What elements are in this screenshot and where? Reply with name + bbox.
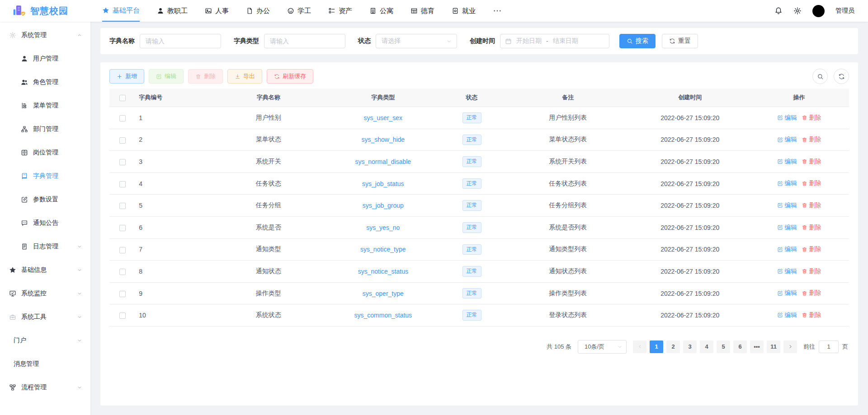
page-button-4[interactable]: 4: [700, 340, 713, 353]
page-size-select[interactable]: 10条/页: [578, 340, 627, 354]
dict-type-link[interactable]: sys_notice_type: [360, 246, 406, 253]
row-delete-button[interactable]: 删除: [802, 311, 821, 319]
row-edit-button[interactable]: 编辑: [777, 158, 797, 166]
date-range-picker[interactable]: 开始日期 - 结束日期: [500, 34, 609, 48]
reset-button[interactable]: 重置: [662, 34, 698, 48]
row-edit-button[interactable]: 编辑: [777, 289, 797, 297]
dict-type-link[interactable]: sys_yes_no: [366, 224, 400, 231]
sidebar-item-user-management[interactable]: 用户管理: [0, 47, 90, 70]
row-delete-button[interactable]: 删除: [802, 114, 821, 122]
dict-type-link[interactable]: sys_user_sex: [363, 114, 402, 121]
page-button-11[interactable]: 11: [767, 340, 780, 353]
next-page-button[interactable]: [783, 340, 797, 353]
dict-name-label: 字典名称: [109, 37, 135, 45]
delete-button[interactable]: 删除: [188, 69, 223, 84]
tab-moral-education[interactable]: 德育: [410, 0, 434, 22]
page-button-2[interactable]: 2: [666, 340, 680, 353]
show-search-toggle-button[interactable]: [812, 69, 828, 84]
row-edit-button[interactable]: 编辑: [777, 224, 797, 232]
avatar[interactable]: [812, 5, 825, 17]
row-edit-button[interactable]: 编辑: [777, 267, 797, 275]
dict-type-link[interactable]: sys_notice_status: [358, 268, 408, 275]
dict-type-input[interactable]: [264, 34, 345, 48]
sidebar-item-notice-announcement[interactable]: 通知公告: [0, 211, 90, 235]
row-delete-button[interactable]: 删除: [802, 289, 821, 297]
page-button-1[interactable]: 1: [650, 340, 663, 353]
more-pages-button[interactable]: •••: [750, 340, 764, 353]
add-button[interactable]: 新增: [109, 69, 144, 84]
sidebar-item-parameter-settings[interactable]: 参数设置: [0, 188, 90, 211]
sidebar-item-department-management[interactable]: 部门管理: [0, 117, 90, 141]
dict-type-link[interactable]: sys_oper_type: [363, 290, 404, 297]
prev-page-button[interactable]: [633, 340, 646, 353]
nav-more-button[interactable]: [493, 0, 502, 22]
row-delete-button[interactable]: 删除: [802, 135, 821, 144]
page-unit-label: 页: [842, 343, 848, 351]
sidebar-group-system-tools[interactable]: 系统工具: [0, 305, 90, 329]
dict-type-link[interactable]: sys_normal_disable: [355, 158, 411, 165]
row-checkbox[interactable]: [119, 269, 126, 275]
page-button-3[interactable]: 3: [683, 340, 697, 353]
dict-type-link[interactable]: sys_show_hide: [361, 136, 405, 143]
app-logo[interactable]: 智慧校园: [13, 4, 90, 18]
row-edit-button[interactable]: 编辑: [777, 179, 797, 187]
status-select[interactable]: 请选择: [376, 34, 457, 48]
sidebar-item-role-management[interactable]: 角色管理: [0, 70, 90, 94]
row-checkbox[interactable]: [119, 225, 126, 231]
row-checkbox[interactable]: [119, 181, 126, 187]
tab-hr[interactable]: 人事: [205, 0, 229, 22]
tab-office[interactable]: 办公: [246, 0, 270, 22]
cell-dict-id: 2: [135, 129, 209, 151]
page-button-5[interactable]: 5: [717, 340, 730, 353]
row-delete-button[interactable]: 删除: [802, 201, 821, 210]
goto-page-input[interactable]: [819, 340, 839, 353]
bell-icon[interactable]: [774, 7, 783, 15]
gear-icon[interactable]: [793, 7, 802, 15]
tab-employment[interactable]: 就业: [452, 0, 476, 22]
edit-button[interactable]: 编辑: [149, 69, 184, 84]
sidebar-item-dict-management[interactable]: 字典管理: [0, 164, 90, 188]
row-checkbox[interactable]: [119, 291, 126, 297]
select-all-checkbox[interactable]: [119, 95, 126, 101]
dict-type-link[interactable]: sys_job_status: [362, 180, 404, 187]
sidebar-item-message-management[interactable]: 消息管理: [0, 352, 90, 376]
row-checkbox[interactable]: [119, 247, 126, 253]
row-checkbox[interactable]: [119, 159, 126, 165]
sidebar-group-log-management[interactable]: 日志管理: [0, 235, 90, 258]
row-checkbox[interactable]: [119, 312, 126, 319]
sidebar-item-post-management[interactable]: 岗位管理: [0, 141, 90, 164]
sidebar-item-menu-management[interactable]: 菜单管理: [0, 94, 90, 117]
tab-apartment[interactable]: 公寓: [369, 0, 393, 22]
tab-assets[interactable]: 资产: [328, 0, 352, 22]
row-checkbox[interactable]: [119, 137, 126, 144]
export-button[interactable]: 导出: [227, 69, 262, 84]
tab-base-platform[interactable]: 基础平台: [102, 0, 140, 22]
row-delete-button[interactable]: 删除: [802, 158, 821, 166]
sidebar-group-system-management[interactable]: 系统管理: [0, 23, 90, 47]
cell-created-time: 2022-06-27 15:09:20: [631, 282, 749, 304]
row-delete-button[interactable]: 删除: [802, 224, 821, 232]
row-edit-button[interactable]: 编辑: [777, 135, 797, 144]
sidebar-group-process-management[interactable]: 流程管理: [0, 376, 90, 399]
refresh-cache-button[interactable]: 刷新缓存: [267, 69, 313, 84]
row-delete-button[interactable]: 删除: [802, 267, 821, 275]
row-checkbox[interactable]: [119, 115, 126, 121]
row-edit-button[interactable]: 编辑: [777, 114, 797, 122]
sidebar-group-system-monitor[interactable]: 系统监控: [0, 282, 90, 305]
row-checkbox[interactable]: [119, 203, 126, 209]
row-delete-button[interactable]: 删除: [802, 179, 821, 187]
dict-type-link[interactable]: sys_common_status: [354, 312, 412, 319]
row-delete-button[interactable]: 删除: [802, 245, 821, 253]
sidebar-group-portal[interactable]: 门户: [0, 329, 90, 352]
refresh-table-button[interactable]: [834, 69, 849, 84]
tab-student-affairs[interactable]: 学工: [287, 0, 311, 22]
sidebar-group-base-info[interactable]: 基础信息: [0, 258, 90, 282]
row-edit-button[interactable]: 编辑: [777, 201, 797, 210]
search-button[interactable]: 搜索: [619, 34, 656, 48]
dict-type-link[interactable]: sys_job_group: [363, 202, 404, 209]
tab-faculty[interactable]: 教职工: [157, 0, 188, 22]
dict-name-input[interactable]: [140, 34, 221, 48]
row-edit-button[interactable]: 编辑: [777, 311, 797, 319]
row-edit-button[interactable]: 编辑: [777, 245, 797, 253]
page-button-6[interactable]: 6: [733, 340, 747, 353]
